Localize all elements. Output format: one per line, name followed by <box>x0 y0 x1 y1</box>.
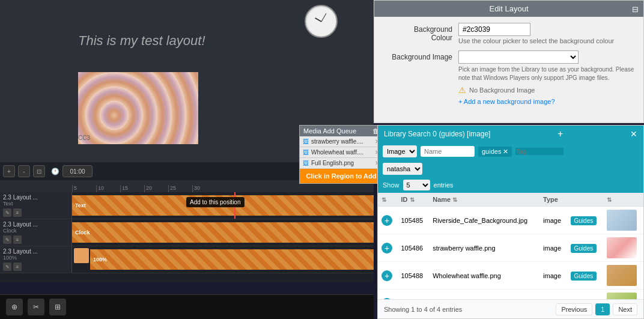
table-row: + 105485 Riverside_Cafe_Background.jpg i… <box>378 207 643 234</box>
thumb-2 <box>607 237 637 258</box>
row-add-1[interactable]: + <box>378 207 397 234</box>
track-list-icon-3[interactable]: ≡ <box>13 263 22 271</box>
fit-btn[interactable]: ⊡ <box>33 165 45 177</box>
track-icons-2: ✎ ≡ <box>3 235 68 244</box>
page-1-btn[interactable]: 1 <box>595 303 610 315</box>
th-type[interactable]: Type <box>539 193 567 207</box>
th-tag[interactable] <box>567 193 603 207</box>
lib-table-header-row: ⇅ ID ⇅ Name ⇅ Type ⇅ <box>378 193 643 207</box>
timeline-tracks: 2.3 Layout ... Text ✎ ≡ Text ▲ Add to th… <box>0 192 374 282</box>
edit-layout-title: Edit Layout <box>489 4 528 13</box>
row-type-2: image <box>539 234 567 262</box>
th-add[interactable]: ⇅ <box>378 193 397 207</box>
track-icons-1: ✎ ≡ <box>3 208 68 217</box>
track-list-icon-1[interactable]: ≡ <box>13 208 22 217</box>
clock-face <box>307 7 336 36</box>
bg-color-input[interactable] <box>458 23 530 36</box>
row-tag-2[interactable]: Guides <box>567 234 603 262</box>
cc3-label: CC3 <box>78 135 90 141</box>
mq-item-name-2: Wholewheat waff.... <box>311 149 372 156</box>
bg-image-value: Pick an image from the Library to use as… <box>458 50 637 105</box>
prev-page-btn[interactable]: Previous <box>556 303 592 315</box>
row-thumb-3 <box>603 262 643 290</box>
row-tag-1[interactable]: Guides <box>567 207 603 234</box>
lib-filters: Image guides ✕ <box>378 142 643 160</box>
lib-user-select[interactable]: natasha <box>383 163 422 175</box>
no-bg-text: No Background Image <box>469 87 535 94</box>
thumb-3 <box>607 265 637 286</box>
add-to-region-btn[interactable]: Click in Region to Add <box>300 169 383 183</box>
track-name-3: 2.3 Layout ... <box>3 248 68 255</box>
lib-close-btn[interactable]: ✕ <box>630 129 637 139</box>
lib-header: Library Search 0 (guides) [image] + ✕ <box>378 126 643 142</box>
th-name[interactable]: Name ⇅ <box>429 193 539 207</box>
time-input[interactable]: 01:00 <box>62 165 93 177</box>
mq-item-1: 🖼 strawberry waffle.... ✕ <box>300 136 383 147</box>
lib-tag-chip: guides ✕ <box>478 147 512 157</box>
ruler-mark-5: 5 <box>72 185 96 192</box>
lib-table-head: ⇅ ID ⇅ Name ⇅ Type ⇅ <box>378 193 643 207</box>
lib-name-input[interactable] <box>421 146 475 157</box>
lib-showing: Showing 1 to 4 of 4 entries <box>384 306 462 313</box>
add-tooltip: Add to this position <box>186 197 245 207</box>
add-item-btn-2[interactable]: + <box>381 243 392 254</box>
row-add-2[interactable]: + <box>378 234 397 262</box>
ruler-mark-15: 15 <box>120 185 144 192</box>
bg-image-hint: Pick an image from the Library to use as… <box>458 65 637 82</box>
track-edit-icon-1[interactable]: ✎ <box>3 208 11 217</box>
bg-image-select[interactable] <box>458 50 579 64</box>
lib-tag-input[interactable] <box>515 148 564 155</box>
guides-tag-3[interactable]: Guides <box>571 272 597 281</box>
bg-color-label: BackgroundColour <box>380 23 458 42</box>
library-panel: Library Search 0 (guides) [image] + ✕ Im… <box>377 125 644 319</box>
row-name-2: strawberry waffle.png <box>429 234 539 262</box>
row-add-3[interactable]: + <box>378 262 397 290</box>
next-page-btn[interactable]: Next <box>613 303 637 315</box>
row-thumb-1 <box>603 207 643 234</box>
table-row: + 105486 strawberry waffle.png image Gui… <box>378 234 643 262</box>
row-id-2: 105486 <box>397 234 429 262</box>
thumb-1 <box>607 210 637 231</box>
lib-type-select[interactable]: Image <box>383 145 417 157</box>
guides-tag-2[interactable]: Guides <box>571 244 597 253</box>
row-tag-3[interactable]: Guides <box>567 262 603 290</box>
lib-pagination: Previous 1 Next <box>556 303 637 315</box>
add-bg-link[interactable]: + Add a new background image? <box>458 98 637 105</box>
add-btn[interactable]: ⊕ <box>6 299 23 315</box>
lib-plus-btn[interactable]: + <box>557 129 563 139</box>
track-bar-3 <box>90 249 374 270</box>
lib-show-select[interactable]: 5 10 25 <box>403 180 430 190</box>
lib-tag-remove-btn[interactable]: ✕ <box>503 148 508 156</box>
track-edit-icon-3[interactable]: ✎ <box>3 263 11 271</box>
track-list-icon-2[interactable]: ≡ <box>13 235 22 244</box>
lib-show-label: Show <box>383 181 399 189</box>
cut-btn[interactable]: ✂ <box>28 299 44 315</box>
track-content-1: Text ▲ Add to this position <box>72 192 374 219</box>
add-item-btn-1[interactable]: + <box>381 215 392 226</box>
bg-image-row: Background Image Pick an image from the … <box>380 50 637 105</box>
zoom-in-btn[interactable]: + <box>3 165 15 177</box>
track-sub-1: Text <box>3 201 68 207</box>
grid-btn[interactable]: ⊞ <box>49 299 66 315</box>
edit-layout-header: Edit Layout ⊟ <box>374 1 643 17</box>
add-item-btn-3[interactable]: + <box>381 270 392 281</box>
track-sub-2: Clock <box>3 228 68 234</box>
row-id-1: 105485 <box>397 207 429 234</box>
track-content-2: Clock <box>72 219 374 246</box>
image-widget <box>78 72 198 144</box>
table-row: + 105488 Wholewheat waffle.png image Gui… <box>378 262 643 290</box>
track-name-1: 2.3 Layout ... <box>3 194 68 201</box>
track-name-2: 2.3 Layout ... <box>3 221 68 228</box>
track-bar-text-3: 100% <box>93 257 107 263</box>
track-1: 2.3 Layout ... Text ✎ ≡ Text ▲ Add to th… <box>0 192 374 219</box>
lib-tag-label: guides <box>482 148 501 155</box>
track-sub-3: 100% <box>3 255 68 261</box>
panel-expand-icon[interactable]: ⊟ <box>632 4 639 13</box>
lib-filter2: natasha <box>378 160 643 177</box>
th-thumb[interactable]: ⇅ <box>603 193 643 207</box>
track-edit-icon-2[interactable]: ✎ <box>3 235 11 244</box>
lib-table: ⇅ ID ⇅ Name ⇅ Type ⇅ + 105485 Riverside_… <box>378 193 643 317</box>
guides-tag-1[interactable]: Guides <box>571 216 597 225</box>
zoom-out-btn[interactable]: - <box>18 165 30 177</box>
th-id[interactable]: ID ⇅ <box>397 193 429 207</box>
